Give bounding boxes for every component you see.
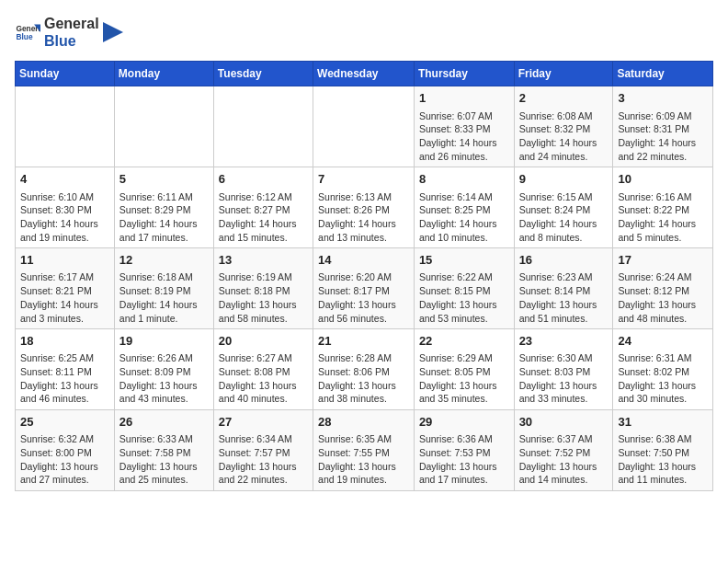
- day-info: Sunrise: 6:12 AM: [219, 190, 308, 204]
- day-info: Daylight: 14 hours and 17 minutes.: [119, 217, 209, 244]
- day-info: Sunset: 8:26 PM: [318, 203, 409, 217]
- day-info: Sunrise: 6:37 AM: [519, 432, 609, 446]
- day-info: Daylight: 13 hours and 40 minutes.: [219, 379, 308, 406]
- logo-icon: General Blue: [15, 19, 40, 45]
- day-info: Sunrise: 6:26 AM: [119, 351, 209, 365]
- day-info: Sunset: 8:03 PM: [519, 365, 609, 379]
- day-info: Sunrise: 6:28 AM: [318, 351, 409, 365]
- day-number: 6: [219, 171, 308, 188]
- day-number: 13: [219, 252, 308, 269]
- weekday-header-wednesday: Wednesday: [313, 62, 415, 86]
- day-info: Daylight: 14 hours and 10 minutes.: [419, 217, 509, 244]
- day-info: Sunset: 8:14 PM: [519, 284, 609, 298]
- day-cell: [114, 86, 213, 167]
- day-number: 10: [618, 171, 708, 188]
- day-info: Sunset: 8:21 PM: [20, 284, 109, 298]
- day-info: Sunset: 8:24 PM: [519, 203, 609, 217]
- day-info: Sunset: 8:27 PM: [219, 203, 308, 217]
- day-cell: 1Sunrise: 6:07 AMSunset: 8:33 PMDaylight…: [414, 86, 514, 167]
- day-info: Daylight: 14 hours and 19 minutes.: [20, 217, 109, 244]
- day-info: Sunset: 8:31 PM: [618, 122, 708, 136]
- day-info: Daylight: 13 hours and 38 minutes.: [318, 379, 409, 406]
- logo: General Blue General Blue: [15, 15, 123, 50]
- day-info: Daylight: 13 hours and 30 minutes.: [618, 379, 708, 406]
- day-info: Sunset: 8:12 PM: [618, 284, 708, 298]
- day-cell: 13Sunrise: 6:19 AMSunset: 8:18 PMDayligh…: [213, 248, 313, 329]
- day-number: 30: [519, 414, 609, 431]
- day-number: 1: [419, 90, 509, 107]
- day-cell: [213, 86, 313, 167]
- day-number: 17: [618, 252, 708, 269]
- day-cell: 26Sunrise: 6:33 AMSunset: 7:58 PMDayligh…: [114, 410, 213, 491]
- svg-marker-4: [103, 22, 123, 42]
- day-cell: 24Sunrise: 6:31 AMSunset: 8:02 PMDayligh…: [613, 329, 713, 410]
- day-info: Sunrise: 6:10 AM: [20, 190, 109, 204]
- week-row-2: 4Sunrise: 6:10 AMSunset: 8:30 PMDaylight…: [16, 167, 713, 248]
- day-info: Daylight: 13 hours and 27 minutes.: [20, 460, 109, 487]
- day-info: Daylight: 14 hours and 5 minutes.: [618, 217, 708, 244]
- day-info: Sunrise: 6:17 AM: [20, 270, 109, 284]
- day-cell: 27Sunrise: 6:34 AMSunset: 7:57 PMDayligh…: [213, 410, 313, 491]
- day-info: Sunrise: 6:23 AM: [519, 270, 609, 284]
- day-number: 26: [119, 414, 209, 431]
- day-info: Sunset: 8:30 PM: [20, 203, 109, 217]
- day-info: Sunset: 8:02 PM: [618, 365, 708, 379]
- day-cell: 5Sunrise: 6:11 AMSunset: 8:29 PMDaylight…: [114, 167, 213, 248]
- weekday-header-saturday: Saturday: [613, 62, 713, 86]
- weekday-header-sunday: Sunday: [16, 62, 115, 86]
- day-info: Sunrise: 6:07 AM: [419, 109, 509, 123]
- day-cell: 12Sunrise: 6:18 AMSunset: 8:19 PMDayligh…: [114, 248, 213, 329]
- day-number: 25: [20, 414, 109, 431]
- day-cell: 4Sunrise: 6:10 AMSunset: 8:30 PMDaylight…: [16, 167, 115, 248]
- svg-text:Blue: Blue: [16, 33, 32, 42]
- day-info: Daylight: 13 hours and 43 minutes.: [119, 379, 209, 406]
- day-cell: 28Sunrise: 6:35 AMSunset: 7:55 PMDayligh…: [313, 410, 415, 491]
- day-number: 16: [519, 252, 609, 269]
- day-cell: 8Sunrise: 6:14 AMSunset: 8:25 PMDaylight…: [414, 167, 514, 248]
- day-info: Sunset: 7:55 PM: [318, 446, 409, 460]
- weekday-header-row: SundayMondayTuesdayWednesdayThursdayFrid…: [16, 62, 713, 86]
- weekday-header-tuesday: Tuesday: [213, 62, 313, 86]
- day-info: Sunrise: 6:30 AM: [519, 351, 609, 365]
- day-cell: 3Sunrise: 6:09 AMSunset: 8:31 PMDaylight…: [613, 86, 713, 167]
- day-info: Sunset: 7:52 PM: [519, 446, 609, 460]
- day-cell: 21Sunrise: 6:28 AMSunset: 8:06 PMDayligh…: [313, 329, 415, 410]
- day-info: Sunset: 8:05 PM: [419, 365, 509, 379]
- day-info: Sunrise: 6:13 AM: [318, 190, 409, 204]
- day-info: Sunrise: 6:32 AM: [20, 432, 109, 446]
- day-info: Daylight: 13 hours and 25 minutes.: [119, 460, 209, 487]
- day-info: Sunrise: 6:15 AM: [519, 190, 609, 204]
- day-info: Sunset: 7:53 PM: [419, 446, 509, 460]
- day-info: Daylight: 14 hours and 24 minutes.: [519, 136, 609, 163]
- day-info: Sunrise: 6:31 AM: [618, 351, 708, 365]
- day-cell: [313, 86, 415, 167]
- day-info: Sunrise: 6:36 AM: [419, 432, 509, 446]
- day-info: Daylight: 14 hours and 22 minutes.: [618, 136, 708, 163]
- weekday-header-monday: Monday: [114, 62, 213, 86]
- day-info: Daylight: 14 hours and 13 minutes.: [318, 217, 409, 244]
- weekday-header-thursday: Thursday: [414, 62, 514, 86]
- day-number: 5: [119, 171, 209, 188]
- day-info: Sunset: 8:09 PM: [119, 365, 209, 379]
- logo-general-text: General: [44, 16, 99, 31]
- day-number: 19: [119, 333, 209, 350]
- day-info: Daylight: 14 hours and 1 minute.: [119, 298, 209, 325]
- day-info: Sunrise: 6:16 AM: [618, 190, 708, 204]
- day-info: Sunrise: 6:24 AM: [618, 270, 708, 284]
- day-info: Daylight: 14 hours and 3 minutes.: [20, 298, 109, 325]
- day-number: 28: [318, 414, 409, 431]
- day-info: Sunrise: 6:19 AM: [219, 270, 308, 284]
- day-info: Daylight: 13 hours and 17 minutes.: [419, 460, 509, 487]
- day-info: Sunset: 8:11 PM: [20, 365, 109, 379]
- day-number: 14: [318, 252, 409, 269]
- day-info: Sunset: 8:33 PM: [419, 122, 509, 136]
- day-cell: 15Sunrise: 6:22 AMSunset: 8:15 PMDayligh…: [414, 248, 514, 329]
- day-number: 21: [318, 333, 409, 350]
- day-cell: 9Sunrise: 6:15 AMSunset: 8:24 PMDaylight…: [514, 167, 613, 248]
- week-row-5: 25Sunrise: 6:32 AMSunset: 8:00 PMDayligh…: [16, 410, 713, 491]
- day-cell: 16Sunrise: 6:23 AMSunset: 8:14 PMDayligh…: [514, 248, 613, 329]
- day-cell: 22Sunrise: 6:29 AMSunset: 8:05 PMDayligh…: [414, 329, 514, 410]
- day-cell: 10Sunrise: 6:16 AMSunset: 8:22 PMDayligh…: [613, 167, 713, 248]
- day-info: Daylight: 13 hours and 22 minutes.: [219, 460, 308, 487]
- day-number: 3: [618, 90, 708, 107]
